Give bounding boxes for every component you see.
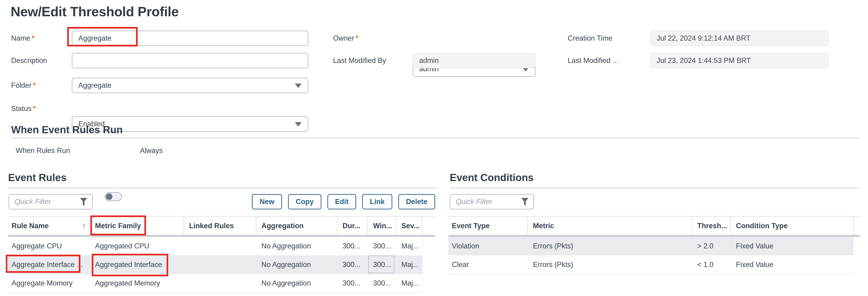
event-conditions-table-body: Violation Errors (Pkts) > 2.0 Fixed Valu… — [448, 237, 860, 274]
cell-event-type: Clear — [448, 255, 528, 274]
table-row[interactable]: Clear Errors (Pkts) < 1.0 Fixed Value — [448, 255, 860, 274]
table-row-highlighted[interactable]: Violation Errors (Pkts) > 2.0 Fixed Valu… — [448, 237, 860, 255]
column-header-linked-rules[interactable]: Linked Rules — [184, 217, 256, 235]
event-rules-table-header: Rule Name↑ Metric Family Linked Rules Ag… — [8, 217, 435, 235]
when-rules-run-label: When Rules Run — [16, 145, 70, 156]
required-asterisk: * — [33, 105, 36, 113]
cell-duration: 300... — [337, 237, 368, 255]
required-asterisk: * — [33, 81, 36, 89]
cell-metric: Errors (Pkts) — [528, 255, 692, 274]
delete-button[interactable]: Delete — [398, 194, 435, 209]
filter-funnel-icon — [521, 197, 529, 206]
cell-linked-rules — [184, 274, 256, 293]
cell-rule-name: Aggregate CPU — [8, 237, 90, 255]
folder-select-value: Aggregate — [78, 81, 112, 90]
cell-linked-rules — [184, 237, 256, 255]
cell-aggregation: No Aggregation — [256, 237, 337, 255]
threshold-profile-page: New/Edit Threshold Profile Name* Descrip… — [0, 0, 868, 296]
section-divider — [11, 137, 860, 139]
column-header-severity[interactable]: Sev... — [396, 217, 423, 235]
cell-duration: 300... — [337, 255, 368, 274]
column-header-threshold[interactable]: Thresh... — [692, 217, 731, 235]
cell-severity: Maj... — [396, 274, 423, 293]
cell-window: 300... — [368, 237, 396, 255]
folder-select[interactable]: Aggregate — [72, 78, 308, 93]
new-button[interactable]: New — [252, 194, 282, 209]
column-header-duration[interactable]: Dur... — [337, 217, 368, 235]
last-modified-field: Jul 23, 2024 1:44:53 PM BRT — [650, 53, 829, 68]
link-button[interactable]: Link — [362, 194, 392, 209]
cell-linked-rules — [184, 255, 256, 274]
event-rules-heading: Event Rules — [8, 172, 66, 183]
cell-metric-family: Aggregated Memory — [90, 274, 184, 293]
cell-threshold: < 1.0 — [692, 255, 731, 274]
table-header-bar — [448, 235, 860, 237]
cell-metric-family: Aggregated Interface — [90, 255, 184, 274]
cell-rule-name: Aggregate Momory — [8, 274, 90, 293]
cell-metric-family: Aggregated CPU — [90, 237, 184, 255]
required-asterisk: * — [355, 34, 358, 42]
cell-window: 300... — [368, 255, 396, 274]
cell-severity: Maj... — [396, 237, 423, 255]
table-bottom-border — [8, 293, 423, 293]
column-header-window[interactable]: Win... — [368, 217, 396, 235]
status-label: Status* — [11, 101, 36, 116]
cell-metric: Errors (Pkts) — [528, 237, 692, 255]
event-conditions-table-header: Event Type Metric Thresh... Condition Ty… — [448, 217, 860, 235]
edit-button[interactable]: Edit — [328, 194, 356, 209]
creation-time-field: Jul 22, 2024 9:12:14 AM BRT — [650, 31, 829, 46]
column-header-rule-name[interactable]: Rule Name↑ — [8, 217, 90, 235]
column-header-aggregation[interactable]: Aggregation — [256, 217, 337, 235]
table-row[interactable]: Aggregate CPU Aggregated CPU No Aggregat… — [8, 237, 435, 255]
last-modified-by-field: admin — [413, 53, 535, 68]
cell-window: 300... — [368, 274, 396, 293]
owner-label: Owner* — [333, 31, 358, 46]
scrollbar-track[interactable] — [422, 237, 423, 293]
description-label: Description — [11, 53, 47, 68]
table-row[interactable]: Aggregate Momory Aggregated Memory No Ag… — [8, 274, 435, 293]
cell-aggregation: No Aggregation — [256, 255, 337, 274]
page-title: New/Edit Threshold Profile — [11, 4, 179, 19]
column-header-condition-type[interactable]: Condition Type — [731, 217, 854, 235]
last-modified-label: Last Modified ... — [568, 53, 618, 68]
scrollbar-gutter — [423, 217, 435, 235]
scrollbar-gutter — [854, 217, 860, 235]
column-header-metric[interactable]: Metric — [528, 217, 692, 235]
event-conditions-quick-filter — [450, 194, 534, 209]
event-conditions-heading: Event Conditions — [450, 172, 534, 183]
cell-rule-name: Aggregate Interface ... — [8, 255, 90, 274]
description-input[interactable] — [72, 53, 308, 68]
name-label: Name* — [11, 31, 34, 46]
cell-condition-type: Fixed Value — [731, 255, 854, 274]
cell-severity: Maj... — [396, 255, 423, 274]
table-header-bar — [8, 235, 435, 237]
folder-label: Folder* — [11, 78, 36, 93]
creation-time-label: Creation Time — [568, 31, 613, 46]
event-rules-toolbar: New Copy Edit Link Delete — [8, 194, 435, 209]
cell-aggregation: No Aggregation — [256, 274, 337, 293]
sort-ascending-icon: ↑ — [82, 221, 86, 231]
cell-condition-type: Fixed Value — [731, 237, 854, 255]
last-modified-by-label: Last Modified By — [333, 53, 386, 68]
section-divider — [8, 187, 437, 189]
chevron-down-icon — [295, 84, 302, 88]
cell-event-type: Violation — [448, 237, 528, 255]
chevron-down-icon — [295, 122, 302, 127]
column-header-event-type[interactable]: Event Type — [448, 217, 528, 235]
name-input[interactable] — [72, 31, 308, 46]
table-row-selected[interactable]: Aggregate Interface ... Aggregated Inter… — [8, 255, 435, 274]
when-rules-run-value: Always — [140, 146, 163, 156]
event-rules-table-body: Aggregate CPU Aggregated CPU No Aggregat… — [8, 237, 435, 293]
column-header-metric-family[interactable]: Metric Family — [90, 217, 184, 235]
section-divider — [450, 187, 860, 189]
table-bottom-border — [448, 274, 855, 274]
when-event-rules-run-heading: When Event Rules Run — [11, 124, 123, 136]
copy-button[interactable]: Copy — [288, 194, 321, 209]
required-asterisk: * — [32, 34, 34, 42]
cell-threshold: > 2.0 — [692, 237, 731, 255]
cell-duration: 300... — [337, 274, 368, 293]
